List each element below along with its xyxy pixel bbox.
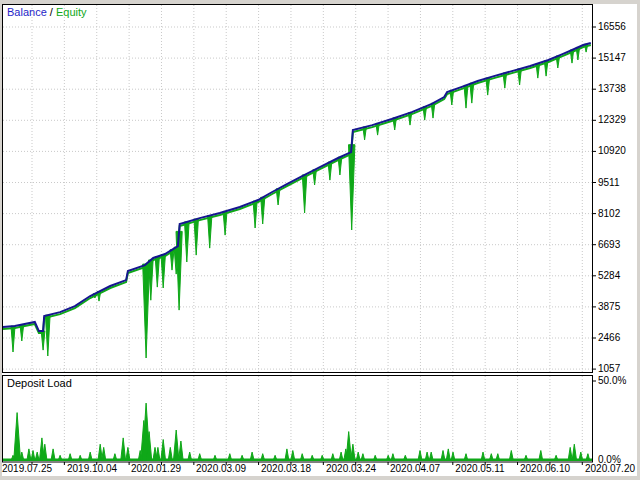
y-axis-label: 3875 — [598, 301, 640, 312]
x-axis-label: 2019.10.04 — [61, 463, 123, 474]
x-axis-label: 2020.04.07 — [384, 463, 446, 474]
legend-balance-label: Balance — [7, 6, 47, 18]
strategy-tester-report-window: Balance / Equity Deposit Load 50.0% 0.0%… — [0, 0, 640, 480]
y-axis-label: 12329 — [598, 114, 640, 125]
x-axis-label: 2020.03.18 — [255, 463, 317, 474]
y-axis-label: 6693 — [598, 239, 640, 250]
y-axis-label: 13738 — [598, 83, 640, 94]
x-axis-label: 2020.01.29 — [125, 463, 187, 474]
y-axis-label: 16556 — [598, 21, 640, 32]
legend-separator: / — [47, 6, 56, 18]
x-axis-label: 2020.05.11 — [449, 463, 511, 474]
y-axis-label: 8102 — [598, 208, 640, 219]
balance-equity-chart[interactable] — [0, 0, 640, 480]
y-axis-label: 5284 — [598, 270, 640, 281]
x-axis-label: 2020.07.20 — [579, 463, 640, 474]
deposit-load-max-label: 50.0% — [598, 375, 626, 386]
y-axis-label: 1057 — [598, 363, 640, 374]
chart-legend: Balance / Equity — [7, 6, 87, 18]
x-axis-label: 2019.07.25 — [0, 463, 58, 474]
x-axis-label: 2020.03.09 — [190, 463, 252, 474]
deposit-load-title: Deposit Load — [7, 377, 72, 389]
x-axis-label: 2020.06.10 — [514, 463, 576, 474]
legend-equity-label: Equity — [56, 6, 87, 18]
x-axis-label: 2020.03.24 — [320, 463, 382, 474]
y-axis-label: 15147 — [598, 52, 640, 63]
y-axis-label: 10920 — [598, 145, 640, 156]
y-axis-label: 9511 — [598, 177, 640, 188]
y-axis-label: 2466 — [598, 332, 640, 343]
